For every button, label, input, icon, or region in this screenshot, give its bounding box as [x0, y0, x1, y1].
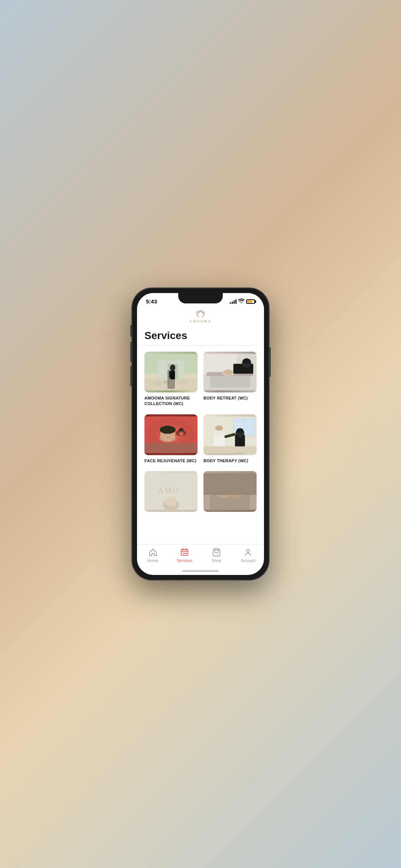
- service-name-face-rejuvenate: FACE REJUVENATE (WC): [144, 458, 198, 464]
- logo-area: AMOOMA: [137, 308, 264, 327]
- service-card-partial-1[interactable]: AMO: [144, 471, 198, 515]
- service-card-signature[interactable]: AMOOMA SIGNATURE COLLECTION (WC): [144, 352, 198, 407]
- shop-icon: [212, 548, 221, 557]
- svg-rect-3: [144, 379, 198, 390]
- page-header: Services: [137, 327, 264, 346]
- svg-rect-58: [181, 549, 188, 555]
- notch: [178, 293, 223, 303]
- svg-point-52: [165, 497, 177, 507]
- service-image-face-rejuvenate: [144, 414, 198, 455]
- service-card-partial-2[interactable]: [203, 471, 257, 515]
- service-image-body-therapy: [203, 414, 257, 455]
- svg-point-11: [154, 382, 162, 386]
- service-card-face-rejuvenate[interactable]: FACE REJUVENATE (WC): [144, 414, 198, 464]
- status-time: 5:43: [146, 298, 157, 305]
- svg-rect-63: [184, 553, 185, 554]
- svg-rect-9: [169, 371, 171, 378]
- svg-point-20: [224, 369, 232, 375]
- service-image-partial-1: AMO: [144, 471, 198, 512]
- home-nav-label: Home: [147, 558, 158, 563]
- phone-screen: 5:43: [137, 293, 264, 575]
- bottom-nav: Home Services: [137, 544, 264, 570]
- service-name-signature: AMOOMA SIGNATURE COLLECTION (WC): [144, 395, 198, 407]
- nav-item-account[interactable]: Account: [237, 548, 259, 563]
- svg-point-46: [237, 428, 243, 433]
- phone-frame: 5:43: [132, 288, 269, 580]
- page-title: Services: [144, 330, 257, 342]
- shop-nav-label: Shop: [212, 558, 221, 563]
- svg-rect-48: [203, 446, 257, 453]
- svg-point-12: [163, 380, 169, 384]
- account-icon: [243, 548, 253, 557]
- svg-point-66: [247, 549, 250, 552]
- nav-item-home[interactable]: Home: [142, 548, 164, 563]
- volume-down-button: [130, 366, 132, 386]
- service-image-signature: [144, 352, 198, 392]
- svg-rect-8: [170, 371, 175, 379]
- power-button: [269, 347, 271, 377]
- home-icon: [148, 548, 158, 557]
- signal-icon: [230, 299, 237, 304]
- brand-logo: AMOOMA: [178, 310, 223, 325]
- svg-point-43: [215, 425, 223, 431]
- service-name-body-retreat: BODY RETREAT (WC): [203, 395, 257, 401]
- service-card-body-therapy[interactable]: BODY THERAPY (WC): [203, 414, 257, 464]
- services-grid[interactable]: AMOOMA SIGNATURE COLLECTION (WC): [137, 346, 264, 544]
- battery-icon: [246, 299, 255, 304]
- home-indicator: [182, 570, 219, 572]
- svg-rect-10: [172, 371, 174, 378]
- svg-point-35: [180, 432, 183, 435]
- volume-up-button: [130, 342, 132, 362]
- status-bar: 5:43: [137, 293, 264, 308]
- status-icons: [230, 299, 255, 304]
- app-content: AMOOMA Services: [137, 308, 264, 544]
- svg-text:AMOOMA: AMOOMA: [189, 319, 212, 323]
- mute-button: [130, 325, 132, 337]
- service-card-body-retreat[interactable]: BODY RETREAT (WC): [203, 352, 257, 407]
- services-nav-label: Services: [177, 558, 192, 563]
- svg-rect-36: [144, 443, 198, 453]
- wifi-icon: [238, 299, 244, 304]
- service-name-body-therapy: BODY THERAPY (WC): [203, 458, 257, 464]
- nav-item-services[interactable]: Services: [173, 548, 196, 563]
- svg-point-13: [176, 381, 186, 385]
- svg-rect-57: [203, 473, 257, 495]
- svg-point-31: [160, 426, 176, 434]
- svg-rect-40: [244, 419, 254, 436]
- svg-rect-64: [186, 553, 187, 554]
- svg-point-25: [242, 358, 250, 364]
- svg-rect-54: [210, 493, 250, 510]
- service-image-partial-2: [203, 471, 257, 512]
- service-image-body-retreat: [203, 352, 257, 392]
- nav-item-shop[interactable]: Shop: [205, 548, 228, 563]
- svg-rect-18: [210, 376, 250, 388]
- svg-text:AMO: AMO: [158, 486, 179, 495]
- svg-point-7: [170, 364, 175, 371]
- svg-rect-62: [183, 553, 184, 554]
- account-nav-label: Account: [241, 558, 255, 563]
- services-icon: [180, 548, 189, 557]
